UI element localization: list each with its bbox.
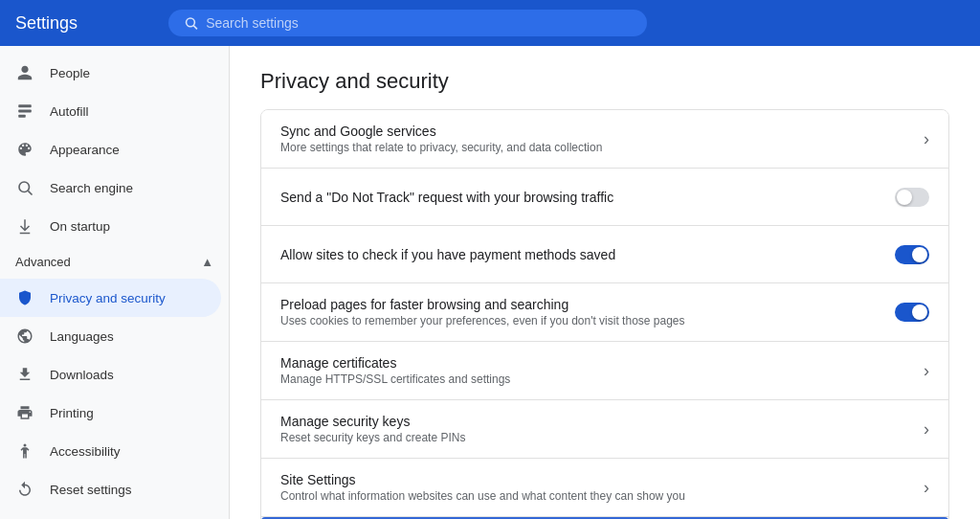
settings-item-action-certificates: › [924, 361, 929, 381]
svg-rect-3 [18, 110, 32, 113]
sidebar-item-appearance[interactable]: Appearance [0, 130, 221, 169]
settings-item-text-site-settings: Site Settings Control what information w… [280, 472, 908, 503]
search-bar[interactable] [168, 10, 647, 36]
chevron-right-icon: › [924, 419, 929, 440]
settings-item-text-dnt: Send a "Do Not Track" request with your … [280, 190, 880, 205]
autofill-icon [15, 102, 34, 121]
settings-list: Sync and Google services More settings t… [260, 109, 949, 519]
sidebar-label-languages: Languages [50, 329, 114, 344]
accessibility-icon [15, 441, 34, 461]
svg-line-1 [193, 26, 196, 29]
download-icon [15, 365, 34, 384]
shield-icon [15, 288, 34, 307]
reset-icon [15, 480, 34, 499]
sidebar-item-languages[interactable]: Languages [0, 317, 221, 355]
extensions-row[interactable]: Extensions [0, 508, 229, 519]
sidebar-item-search[interactable]: Search engine [0, 169, 221, 207]
settings-item-desc-certificates: Manage HTTPS/SSL certificates and settin… [280, 372, 908, 386]
svg-point-5 [19, 182, 30, 192]
settings-item-label-site-settings: Site Settings [280, 472, 908, 487]
sidebar-label-appearance: Appearance [50, 143, 120, 157]
sidebar-label-printing: Printing [50, 406, 94, 420]
settings-item-site-settings[interactable]: Site Settings Control what information w… [261, 459, 948, 517]
print-icon [15, 403, 34, 422]
page-title: Privacy and security [260, 69, 949, 94]
settings-item-text-certificates: Manage certificates Manage HTTPS/SSL cer… [280, 355, 908, 386]
settings-item-action-site-settings: › [924, 478, 929, 498]
sidebar-label-accessibility: Accessibility [50, 444, 121, 459]
settings-item-text-security-keys: Manage security keys Reset security keys… [280, 414, 908, 444]
svg-point-0 [187, 18, 195, 27]
svg-point-7 [24, 444, 27, 447]
sidebar: People Autofill Appearance Search engine… [0, 46, 230, 519]
settings-item-action-sync: › [924, 129, 929, 149]
settings-item-action-payment[interactable] [895, 245, 929, 264]
sidebar-label-people: People [50, 66, 90, 80]
globe-icon [15, 327, 34, 346]
settings-item-desc-site-settings: Control what information websites can us… [280, 489, 908, 503]
toggle-thumb-dnt [897, 190, 912, 205]
settings-item-text-payment: Allow sites to check if you have payment… [280, 247, 880, 262]
sidebar-item-people[interactable]: People [0, 54, 221, 92]
person-icon [15, 63, 34, 82]
chevron-right-icon: › [924, 129, 929, 149]
settings-item-dnt[interactable]: Send a "Do Not Track" request with your … [261, 169, 948, 226]
sidebar-label-search: Search engine [50, 181, 133, 195]
search-engine-icon [15, 178, 34, 197]
sidebar-item-accessibility[interactable]: Accessibility [0, 432, 221, 470]
settings-item-security-keys[interactable]: Manage security keys Reset security keys… [261, 400, 948, 459]
settings-item-text-preload: Preload pages for faster browsing and se… [280, 297, 880, 327]
settings-item-text-sync: Sync and Google services More settings t… [280, 124, 908, 154]
settings-item-action-dnt[interactable] [895, 188, 929, 207]
settings-item-desc-preload: Uses cookies to remember your preference… [280, 314, 880, 327]
settings-item-desc-sync: More settings that relate to privacy, se… [280, 141, 908, 154]
sidebar-label-startup: On startup [50, 219, 110, 234]
settings-item-certificates[interactable]: Manage certificates Manage HTTPS/SSL cer… [261, 342, 948, 400]
startup-icon [15, 216, 34, 236]
sidebar-item-autofill[interactable]: Autofill [0, 92, 221, 130]
settings-item-preload[interactable]: Preload pages for faster browsing and se… [261, 283, 948, 342]
appearance-icon [15, 140, 34, 159]
settings-item-label-security-keys: Manage security keys [280, 414, 908, 429]
sidebar-label-privacy: Privacy and security [50, 291, 166, 305]
chevron-right-icon: › [924, 361, 929, 381]
settings-item-label-preload: Preload pages for faster browsing and se… [280, 297, 880, 312]
settings-item-label-sync: Sync and Google services [280, 124, 908, 139]
sidebar-item-printing[interactable]: Printing [0, 394, 221, 432]
content-area: Privacy and security Sync and Google ser… [230, 46, 980, 519]
settings-item-action-security-keys: › [924, 419, 929, 440]
search-input[interactable] [206, 15, 632, 31]
settings-item-payment[interactable]: Allow sites to check if you have payment… [261, 226, 948, 283]
settings-item-label-payment: Allow sites to check if you have payment… [280, 247, 880, 262]
toggle-thumb-preload [912, 305, 927, 320]
toggle-preload[interactable] [895, 303, 929, 322]
settings-item-label-dnt: Send a "Do Not Track" request with your … [280, 190, 880, 205]
app-title: Settings [15, 13, 130, 34]
advanced-chevron-icon: ▲ [201, 255, 213, 269]
settings-item-action-preload[interactable] [895, 303, 929, 322]
app-header: Settings [0, 0, 980, 46]
sidebar-label-downloads: Downloads [50, 368, 114, 382]
toggle-dnt[interactable] [895, 188, 929, 207]
sidebar-label-reset: Reset settings [50, 483, 132, 497]
sidebar-item-startup[interactable]: On startup [0, 207, 221, 245]
settings-item-label-certificates: Manage certificates [280, 355, 908, 371]
advanced-section-header[interactable]: Advanced ▲ [0, 245, 229, 279]
svg-line-6 [28, 191, 32, 194]
settings-item-sync[interactable]: Sync and Google services More settings t… [261, 110, 948, 169]
main-layout: People Autofill Appearance Search engine… [0, 46, 980, 519]
chevron-right-icon: › [924, 478, 929, 498]
sidebar-item-privacy[interactable]: Privacy and security [0, 279, 221, 317]
advanced-label: Advanced [15, 255, 71, 269]
toggle-payment[interactable] [895, 245, 929, 264]
sidebar-item-reset[interactable]: Reset settings [0, 470, 221, 508]
settings-item-desc-security-keys: Reset security keys and create PINs [280, 431, 908, 444]
sidebar-label-autofill: Autofill [50, 104, 89, 119]
svg-rect-4 [18, 115, 26, 118]
search-icon [184, 15, 198, 31]
sidebar-item-downloads[interactable]: Downloads [0, 355, 221, 394]
svg-rect-2 [18, 104, 32, 107]
toggle-thumb-payment [912, 247, 927, 262]
